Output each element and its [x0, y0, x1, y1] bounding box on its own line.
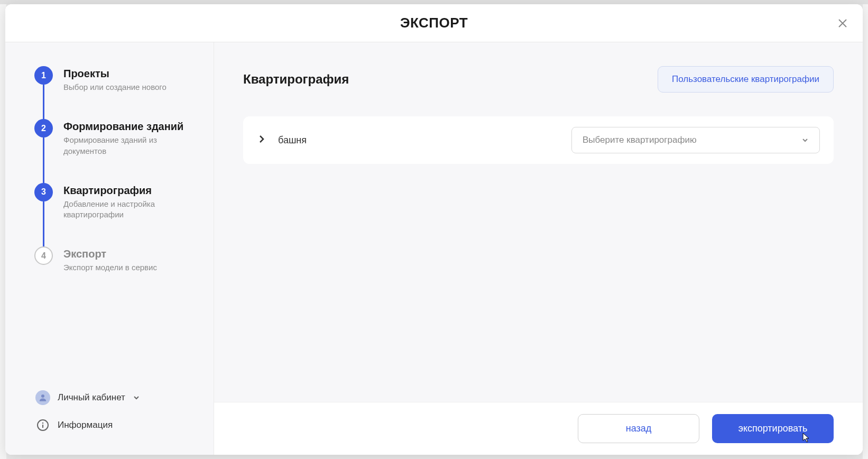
chevron-down-icon	[133, 394, 140, 401]
step-desc: Экспорт модели в сервис	[63, 262, 157, 273]
building-name: башня	[278, 135, 560, 146]
close-icon	[837, 18, 848, 29]
step-number: 4	[34, 246, 53, 265]
step-content: Экспорт Экспорт модели в сервис	[63, 246, 157, 273]
chevron-right-icon	[257, 134, 266, 144]
modal-title: ЭКСПОРТ	[400, 15, 468, 31]
modal-body: 1 Проекты Выбор или создание нового 2 Фо…	[5, 42, 863, 455]
account-link[interactable]: Личный кабинет	[35, 384, 198, 411]
svg-point-0	[41, 394, 44, 398]
main-header: Квартирография Пользовательские квартиро…	[243, 66, 834, 93]
step-export[interactable]: 4 Экспорт Экспорт модели в сервис	[34, 246, 198, 273]
step-number: 3	[34, 183, 53, 201]
select-placeholder: Выберите квартирографию	[583, 135, 697, 145]
step-title: Экспорт	[63, 248, 157, 260]
account-label: Личный кабинет	[58, 392, 125, 403]
avatar-icon	[35, 390, 50, 405]
step-content: Квартирография Добавление и настройка кв…	[63, 183, 198, 221]
info-link[interactable]: Информация	[35, 411, 198, 439]
step-buildings[interactable]: 2 Формирование зданий Формирование здани…	[34, 119, 198, 183]
building-item-row: башня Выберите квартирографию	[243, 116, 834, 164]
main-area: Квартирография Пользовательские квартиро…	[214, 42, 863, 455]
step-number: 1	[34, 66, 53, 85]
custom-apartmentography-button[interactable]: Пользовательские квартирографии	[658, 66, 834, 93]
info-label: Информация	[58, 420, 113, 430]
step-projects[interactable]: 1 Проекты Выбор или создание нового	[34, 66, 198, 119]
step-content: Формирование зданий Формирование зданий …	[63, 119, 198, 157]
svg-point-2	[42, 423, 43, 424]
step-number: 2	[34, 119, 53, 137]
browser-tabs	[0, 0, 868, 4]
step-desc: Формирование зданий из документов	[63, 135, 198, 157]
modal-header: ЭКСПОРТ	[5, 4, 863, 42]
steps-list: 1 Проекты Выбор или создание нового 2 Фо…	[34, 66, 198, 384]
sidebar-bottom: Личный кабинет Информация	[34, 384, 198, 439]
export-button[interactable]: экспортировать	[712, 414, 834, 443]
chevron-down-icon	[801, 136, 809, 144]
export-modal: ЭКСПОРТ 1 Проекты Выбор или создание нов…	[5, 4, 863, 455]
page-title: Квартирография	[243, 72, 349, 87]
step-desc: Выбор или создание нового	[63, 82, 167, 93]
close-button[interactable]	[837, 18, 848, 29]
step-connector	[43, 137, 44, 186]
step-title: Квартирография	[63, 185, 198, 197]
step-connector	[43, 201, 44, 250]
sidebar: 1 Проекты Выбор или создание нового 2 Фо…	[5, 42, 214, 455]
footer: назад экспортировать	[214, 402, 863, 455]
info-icon	[35, 418, 50, 433]
main-content: Квартирография Пользовательские квартиро…	[214, 42, 863, 402]
step-apartmentography[interactable]: 3 Квартирография Добавление и настройка …	[34, 183, 198, 247]
svg-rect-3	[42, 425, 43, 428]
step-title: Проекты	[63, 68, 167, 80]
step-content: Проекты Выбор или создание нового	[63, 66, 167, 93]
apartmentography-select[interactable]: Выберите квартирографию	[571, 127, 820, 153]
back-button[interactable]: назад	[578, 414, 699, 443]
step-title: Формирование зданий	[63, 121, 198, 133]
background-content-right	[863, 4, 868, 459]
step-connector	[43, 85, 44, 122]
expand-toggle[interactable]	[257, 134, 266, 146]
step-desc: Добавление и настройка квартирографии	[63, 199, 198, 221]
